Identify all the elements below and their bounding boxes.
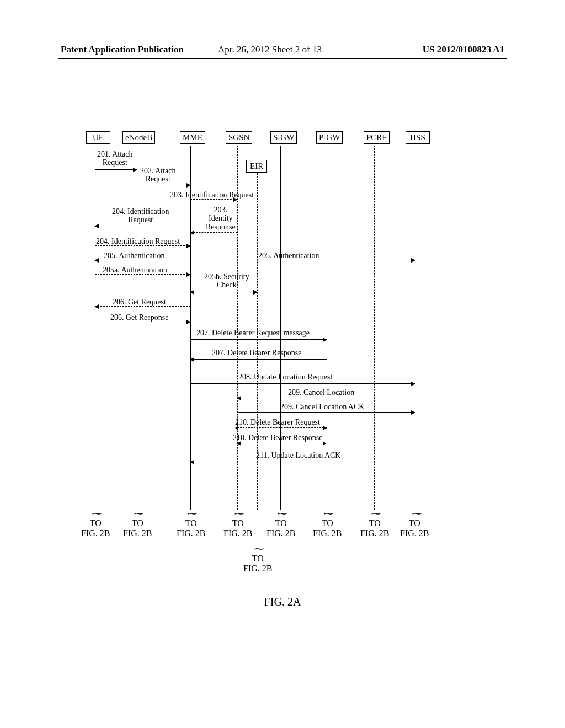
actor-pcrf: PCRF <box>364 131 390 144</box>
msg-205a: 205. Authentication <box>104 251 164 260</box>
msg-203b: 203. Identity Response <box>206 206 236 231</box>
msg-208: 208. Update Location Request <box>238 373 332 381</box>
msg-202: 202. Attach Request <box>140 167 176 184</box>
to-fig-enb: TO FIG. 2B <box>123 518 152 539</box>
header-rule <box>58 58 507 59</box>
lifeline-ue <box>95 146 95 510</box>
to-fig-sgw: TO FIG. 2B <box>266 518 295 539</box>
to-fig-pgw: TO FIG. 2B <box>313 518 342 539</box>
msg-207a: 207. Delete Bearer Request message <box>196 329 310 337</box>
msg-211: 211. Update Location ACK <box>256 451 340 459</box>
lifeline-hss <box>415 146 415 510</box>
actor-sgw: S-GW <box>270 131 297 144</box>
header-left: Patent Application Publication <box>61 44 184 55</box>
to-fig-eir: TO FIG. 2B <box>243 554 272 574</box>
sequence-diagram: UE eNodeB MME SGSN S-GW P-GW PCRF HSS EI… <box>83 131 480 606</box>
to-fig-pcrf: TO FIG. 2B <box>360 518 389 539</box>
msg-209a: 209. Cancel Location <box>288 388 354 397</box>
to-fig-mme: TO FIG. 2B <box>177 518 205 539</box>
msg-204b: 204. Identification Request <box>96 237 180 245</box>
lifeline-pcrf <box>374 146 375 510</box>
tilde: ∼ <box>133 507 145 520</box>
arrow-210a-tail <box>235 426 238 430</box>
tilde: ∼ <box>323 507 334 520</box>
tilde: ∼ <box>370 507 382 520</box>
figure-caption: FIG. 2A <box>0 596 565 608</box>
msg-210b: 210. Delete Bearer Response <box>233 433 323 442</box>
header-center: Apr. 26, 2012 Sheet 2 of 13 <box>218 44 322 55</box>
actor-ue: UE <box>86 131 110 144</box>
arrow-210b-tail <box>323 441 326 446</box>
actor-mme: MME <box>180 131 205 144</box>
arrow-205d-head-r <box>253 290 258 295</box>
tilde: ∼ <box>253 543 265 555</box>
tilde: ∼ <box>276 507 288 520</box>
msg-210a: 210. Delete Bearer Request <box>235 418 320 426</box>
msg-207b: 207. Delete Bearer Response <box>212 349 302 357</box>
msg-206b: 206. Get Response <box>110 313 168 322</box>
tilde: ∼ <box>411 507 423 520</box>
lifeline-enb <box>137 146 137 510</box>
tilde: ∼ <box>233 507 245 520</box>
msg-205b: 205. Authentication <box>258 251 319 260</box>
actor-sgsn: SGSN <box>226 131 252 144</box>
to-fig-sgsn: TO FIG. 2B <box>223 518 252 539</box>
actor-hss: HSS <box>406 131 430 144</box>
msg-201: 201. Attach Request <box>97 150 133 167</box>
msg-205d: 205b. Security Check <box>204 272 249 290</box>
msg-204a: 204. Identification Request <box>112 207 169 224</box>
tilde: ∼ <box>186 507 198 520</box>
to-fig-hss: TO FIG. 2B <box>400 518 429 539</box>
actor-eir: EIR <box>246 160 267 173</box>
actor-pgw: P-GW <box>316 131 343 144</box>
to-fig-ue: TO FIG. 2B <box>81 518 110 539</box>
header-right: US 2012/0100823 A1 <box>423 44 504 55</box>
msg-206a: 206. Get Request <box>113 298 166 306</box>
msg-205c: 205a. Authentication <box>103 266 167 274</box>
actor-enb: eNodeB <box>122 131 155 144</box>
msg-203a: 203. Identification Request <box>170 191 254 199</box>
msg-209b: 209. Cancel Location ACK <box>280 403 364 411</box>
tilde: ∼ <box>91 507 103 520</box>
lifeline-mme <box>190 146 191 510</box>
